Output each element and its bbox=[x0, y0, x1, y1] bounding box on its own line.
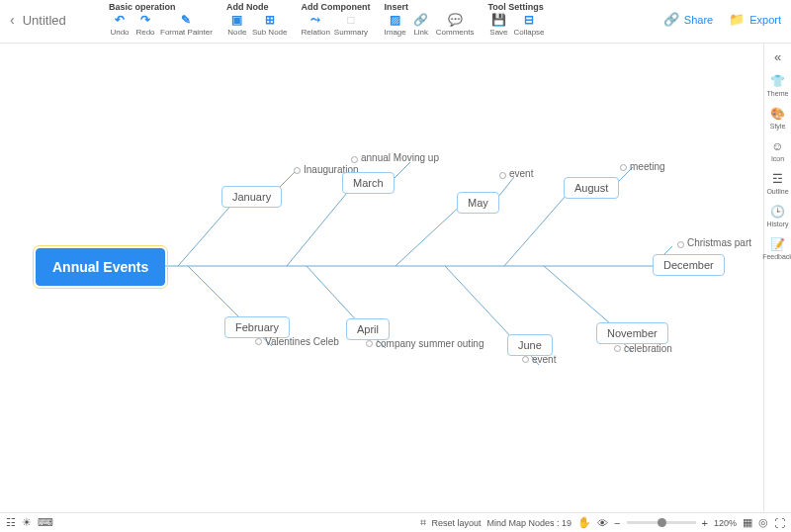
node-may[interactable]: May bbox=[457, 192, 499, 214]
comments-icon: 💬 bbox=[447, 13, 463, 27]
undo-button[interactable]: ↶Undo bbox=[109, 13, 131, 37]
subnode-button[interactable]: ⊞Sub Node bbox=[252, 13, 288, 37]
summary-icon: □ bbox=[343, 13, 359, 27]
note-december: Christmas part bbox=[687, 237, 751, 248]
svg-line-14 bbox=[445, 266, 514, 340]
keyboard-icon[interactable]: ⌨ bbox=[38, 516, 53, 529]
share-button[interactable]: 🔗Share bbox=[663, 12, 713, 27]
outline-button[interactable]: ☲Outline bbox=[766, 172, 788, 195]
theme-icon: 👕 bbox=[770, 74, 785, 88]
mindmap-canvas[interactable]: Annual Events January Inauguration March… bbox=[0, 44, 763, 512]
undo-icon: ↶ bbox=[112, 13, 128, 27]
image-icon: ▨ bbox=[388, 13, 403, 27]
group-add-component: Add Component ⤳Relation □Summary bbox=[302, 2, 371, 37]
feedback-icon: 📝 bbox=[770, 237, 785, 251]
expand-dot[interactable] bbox=[294, 167, 301, 174]
node-february[interactable]: February bbox=[224, 316, 290, 338]
eye-icon[interactable]: 👁 bbox=[597, 517, 608, 529]
collapse-button[interactable]: ⊟Collapse bbox=[513, 13, 544, 37]
link-icon: 🔗 bbox=[413, 13, 429, 27]
outline-icon: ☲ bbox=[772, 172, 783, 186]
link-button[interactable]: 🔗Link bbox=[410, 13, 432, 37]
history-icon: 🕒 bbox=[770, 205, 785, 219]
expand-dot[interactable] bbox=[366, 340, 373, 347]
hand-tool-icon[interactable]: ✋ bbox=[577, 516, 591, 529]
panel-collapse-icon[interactable]: « bbox=[774, 49, 781, 64]
node-december[interactable]: December bbox=[653, 254, 725, 276]
expand-dot[interactable] bbox=[677, 241, 684, 248]
side-panel: « 👕Theme 🎨Style ☺Icon ☲Outline 🕒History … bbox=[763, 44, 791, 512]
back-icon[interactable]: ‹ bbox=[10, 12, 15, 28]
grid-icon[interactable]: ☷ bbox=[6, 516, 16, 529]
group-basic-title: Basic operation bbox=[109, 2, 213, 12]
reset-layout-icon[interactable]: ⌗ bbox=[420, 516, 426, 529]
feedback-button[interactable]: 📝Feedback bbox=[762, 237, 791, 260]
save-button[interactable]: 💾Save bbox=[487, 13, 509, 37]
svg-line-12 bbox=[307, 266, 361, 325]
zoom-level: 120% bbox=[714, 518, 737, 528]
brush-icon: ✎ bbox=[178, 13, 194, 27]
note-march: annual Moving up bbox=[361, 152, 439, 163]
ribbon: Basic operation ↶Undo ↷Redo ✎Format Pain… bbox=[109, 0, 545, 37]
subnode-icon: ⊞ bbox=[262, 13, 278, 27]
icon-button[interactable]: ☺Icon bbox=[771, 139, 784, 162]
style-button[interactable]: 🎨Style bbox=[770, 107, 786, 130]
share-icon: 🔗 bbox=[663, 12, 679, 27]
node-january[interactable]: January bbox=[221, 186, 282, 208]
svg-line-5 bbox=[396, 202, 465, 266]
document-title[interactable]: Untitled bbox=[23, 13, 66, 28]
status-right: ⌗ Reset layout Mind Map Nodes : 19 ✋ 👁 −… bbox=[420, 516, 785, 529]
relation-button[interactable]: ⤳Relation bbox=[302, 13, 330, 37]
format-painter-button[interactable]: ✎Format Painter bbox=[160, 13, 213, 37]
note-june: event bbox=[532, 354, 556, 365]
redo-button[interactable]: ↷Redo bbox=[134, 13, 156, 37]
root-node[interactable]: Annual Events bbox=[36, 248, 165, 286]
note-november: celebration bbox=[624, 343, 672, 354]
node-june[interactable]: June bbox=[507, 334, 553, 356]
fit-icon[interactable]: ▦ bbox=[743, 516, 752, 529]
group-insert: Insert ▨Image 🔗Link 💬Comments bbox=[385, 2, 475, 37]
expand-dot[interactable] bbox=[522, 356, 529, 363]
node-august[interactable]: August bbox=[564, 177, 619, 199]
note-april: company summer outing bbox=[376, 338, 484, 349]
node-button[interactable]: ▣Node bbox=[226, 13, 248, 37]
zoom-slider[interactable] bbox=[627, 521, 696, 524]
reset-layout-label[interactable]: Reset layout bbox=[432, 518, 482, 528]
note-may: event bbox=[509, 168, 533, 179]
expand-dot[interactable] bbox=[351, 156, 358, 163]
group-add-node-title: Add Node bbox=[226, 2, 288, 12]
zoom-in-button[interactable]: + bbox=[702, 517, 708, 529]
smile-icon: ☺ bbox=[771, 139, 783, 153]
fullscreen-icon[interactable]: ⛶ bbox=[774, 517, 785, 529]
node-icon: ▣ bbox=[229, 13, 245, 27]
theme-button[interactable]: 👕Theme bbox=[767, 74, 789, 97]
summary-button[interactable]: □Summary bbox=[334, 13, 368, 37]
group-tool: Tool Settings 💾Save ⊟Collapse bbox=[487, 2, 544, 37]
zoom-out-button[interactable]: − bbox=[614, 517, 620, 529]
node-march[interactable]: March bbox=[342, 172, 395, 194]
top-toolbar: ‹ Untitled Basic operation ↶Undo ↷Redo ✎… bbox=[0, 0, 791, 44]
theme-toggle-icon[interactable]: ☀ bbox=[22, 516, 32, 529]
export-button[interactable]: 📁Export bbox=[729, 12, 781, 27]
history-button[interactable]: 🕒History bbox=[767, 205, 789, 227]
expand-dot[interactable] bbox=[620, 164, 627, 171]
node-november[interactable]: November bbox=[596, 322, 668, 344]
top-right-actions: 🔗Share 📁Export bbox=[663, 12, 781, 27]
svg-line-7 bbox=[504, 187, 573, 266]
expand-dot[interactable] bbox=[255, 338, 262, 345]
group-basic: Basic operation ↶Undo ↷Redo ✎Format Pain… bbox=[109, 2, 213, 37]
expand-dot[interactable] bbox=[614, 345, 621, 352]
svg-line-16 bbox=[544, 266, 618, 330]
node-april[interactable]: April bbox=[346, 318, 390, 340]
note-august: meeting bbox=[630, 161, 665, 172]
relation-icon: ⤳ bbox=[308, 13, 323, 27]
expand-dot[interactable] bbox=[499, 172, 506, 179]
comments-button[interactable]: 💬Comments bbox=[436, 13, 475, 37]
group-tool-title: Tool Settings bbox=[487, 2, 544, 12]
group-insert-title: Insert bbox=[385, 2, 475, 12]
svg-line-3 bbox=[287, 182, 356, 266]
note-february: Valentines Celeb bbox=[265, 336, 339, 347]
doc-title-area: ‹ Untitled bbox=[0, 0, 109, 28]
center-icon[interactable]: ◎ bbox=[758, 516, 768, 529]
image-button[interactable]: ▨Image bbox=[385, 13, 406, 37]
